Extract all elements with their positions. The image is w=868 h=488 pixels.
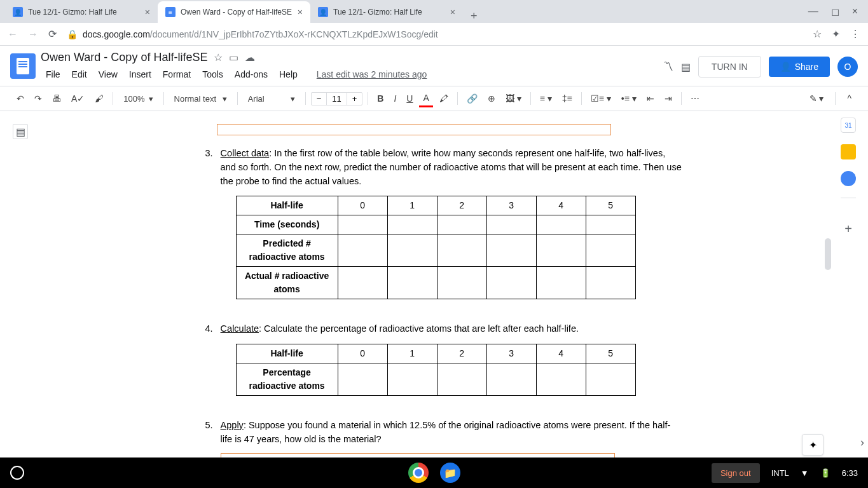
comments-icon[interactable]: ▤ bbox=[681, 61, 691, 73]
zoom-select[interactable]: 100% ▾ bbox=[118, 92, 158, 106]
docs-header: Owen Ward - Copy of Half-lifeSE ☆ ▭ ☁ Fi… bbox=[0, 46, 868, 82]
person-add-icon: 👤 bbox=[780, 62, 791, 72]
bold-button[interactable]: B bbox=[373, 91, 387, 106]
close-icon[interactable]: × bbox=[145, 7, 150, 17]
reload-button[interactable]: ⟳ bbox=[48, 28, 57, 40]
q4-table[interactable]: Half-life012345 Percentage radioactive a… bbox=[236, 344, 636, 396]
scrollbar-thumb[interactable] bbox=[825, 238, 831, 270]
style-select[interactable]: Normal text ▾ bbox=[169, 92, 232, 106]
menu-format[interactable]: Format bbox=[158, 67, 196, 82]
tab-title: Owen Ward - Copy of Half-lifeSE bbox=[181, 8, 292, 17]
comment-button[interactable]: ⊕ bbox=[484, 91, 499, 106]
increase-font-icon[interactable]: + bbox=[347, 93, 362, 105]
menu-file[interactable]: File bbox=[41, 67, 65, 82]
document-page[interactable]: 3. Collect data: In the first row of the… bbox=[186, 111, 682, 462]
last-edit-link[interactable]: Last edit was 2 minutes ago bbox=[312, 67, 432, 82]
menu-addons[interactable]: Add-ons bbox=[230, 67, 273, 82]
move-icon[interactable]: ▭ bbox=[229, 51, 238, 64]
signout-button[interactable]: Sign out bbox=[712, 463, 760, 483]
underline-button[interactable]: U bbox=[403, 91, 417, 106]
undo-button[interactable]: ↶ bbox=[13, 91, 28, 106]
expand-side-icon[interactable]: › bbox=[860, 436, 864, 449]
new-tab-button[interactable]: + bbox=[463, 10, 485, 23]
q3-table[interactable]: Half-life012345 Time (seconds) Predicted… bbox=[236, 196, 636, 299]
redo-button[interactable]: ↷ bbox=[31, 91, 46, 106]
editing-mode-button[interactable]: ✎ ▾ bbox=[806, 91, 828, 106]
side-panel: 31 + bbox=[832, 111, 864, 236]
checklist-button[interactable]: ☑≡ ▾ bbox=[587, 91, 615, 106]
docs-icon: ≡ bbox=[165, 7, 176, 17]
star-doc-icon[interactable]: ☆ bbox=[214, 51, 223, 64]
wifi-icon[interactable]: ▼ bbox=[801, 468, 809, 478]
indent-decrease-button[interactable]: ⇤ bbox=[643, 91, 658, 106]
lock-icon: 🔒 bbox=[67, 29, 78, 39]
os-taskbar: 📁 Sign out INTL ▼ 🔋 6:33 bbox=[0, 458, 868, 488]
font-size-value[interactable]: 11 bbox=[326, 93, 347, 105]
turn-in-button[interactable]: TURN IN bbox=[698, 56, 761, 78]
share-button[interactable]: 👤 Share bbox=[769, 57, 830, 77]
cloud-icon[interactable]: ☁ bbox=[245, 51, 255, 64]
activity-icon[interactable]: 〽 bbox=[663, 61, 673, 72]
italic-button[interactable]: I bbox=[390, 91, 400, 106]
line-spacing-button[interactable]: ‡≡ bbox=[558, 91, 576, 106]
menu-help[interactable]: Help bbox=[274, 67, 303, 82]
font-select[interactable]: Arial▾ bbox=[243, 92, 300, 106]
text-color-button[interactable]: A bbox=[419, 90, 432, 107]
launcher-icon[interactable] bbox=[10, 466, 24, 480]
link-button[interactable]: 🔗 bbox=[463, 91, 481, 106]
share-label: Share bbox=[795, 62, 818, 72]
indent-increase-button[interactable]: ⇥ bbox=[661, 91, 676, 106]
tasks-icon[interactable] bbox=[841, 171, 856, 186]
person-icon: 👤 bbox=[13, 7, 23, 17]
browser-tab-strip: 👤 Tue 12/1- Gizmo: Half Life × ≡ Owen Wa… bbox=[0, 0, 868, 23]
highlight-button[interactable]: 🖍 bbox=[436, 91, 452, 106]
menu-insert[interactable]: Insert bbox=[124, 67, 156, 82]
files-app-icon[interactable]: 📁 bbox=[439, 461, 462, 484]
lang-indicator[interactable]: INTL bbox=[771, 468, 789, 478]
doc-title[interactable]: Owen Ward - Copy of Half-lifeSE bbox=[41, 51, 207, 64]
q4-text: : Calculate the percentage of radioactiv… bbox=[259, 323, 579, 334]
back-button[interactable]: ← bbox=[8, 29, 18, 40]
clock[interactable]: 6:33 bbox=[842, 468, 858, 478]
url-input[interactable]: 🔒 docs.google.com/document/d/1NV_jpErIbh… bbox=[67, 29, 803, 39]
browser-tab[interactable]: 👤 Tue 12/1- Gizmo: Half Life × bbox=[5, 1, 158, 23]
q3-number: 3. bbox=[186, 147, 213, 312]
minimize-icon[interactable]: — bbox=[808, 6, 818, 18]
close-icon[interactable]: × bbox=[298, 7, 303, 17]
battery-icon[interactable]: 🔋 bbox=[820, 468, 830, 478]
q4-lead: Calculate bbox=[221, 323, 259, 334]
paint-format-button[interactable]: 🖌 bbox=[91, 91, 107, 106]
align-button[interactable]: ≡ ▾ bbox=[536, 91, 556, 106]
extensions-icon[interactable]: ✦ bbox=[832, 28, 840, 40]
browser-tab-active[interactable]: ≡ Owen Ward - Copy of Half-lifeSE × bbox=[158, 1, 310, 23]
star-icon[interactable]: ☆ bbox=[813, 28, 822, 40]
menu-icon[interactable]: ⋮ bbox=[850, 28, 860, 40]
calendar-icon[interactable]: 31 bbox=[841, 118, 856, 133]
docs-logo[interactable] bbox=[10, 53, 36, 79]
formatting-toolbar: ↶ ↷ 🖶 A✓ 🖌 100% ▾ Normal text ▾ Arial▾ −… bbox=[0, 86, 868, 111]
q4-number: 4. bbox=[186, 322, 213, 409]
person-icon: 👤 bbox=[318, 7, 328, 17]
account-avatar[interactable]: O bbox=[837, 57, 858, 77]
collapse-toolbar-button[interactable]: ^ bbox=[843, 91, 855, 106]
outline-icon[interactable]: ▤ bbox=[13, 124, 28, 139]
close-window-icon[interactable]: × bbox=[852, 6, 858, 18]
maximize-icon[interactable]: ◻ bbox=[831, 6, 839, 18]
spellcheck-button[interactable]: A✓ bbox=[67, 91, 88, 106]
chrome-app-icon[interactable] bbox=[407, 461, 430, 484]
decrease-font-icon[interactable]: − bbox=[312, 93, 327, 105]
font-size-control[interactable]: − 11 + bbox=[311, 92, 363, 105]
menu-tools[interactable]: Tools bbox=[197, 67, 228, 82]
menu-edit[interactable]: Edit bbox=[67, 67, 92, 82]
browser-tab[interactable]: 👤 Tue 12/1- Gizmo: Half Life × bbox=[310, 1, 463, 23]
print-button[interactable]: 🖶 bbox=[48, 91, 65, 106]
close-icon[interactable]: × bbox=[450, 7, 455, 17]
more-button[interactable]: ⋯ bbox=[687, 91, 703, 106]
explore-button[interactable]: ✦ bbox=[802, 434, 823, 456]
keep-icon[interactable] bbox=[841, 144, 856, 159]
menu-view[interactable]: View bbox=[93, 67, 123, 82]
bullet-list-button[interactable]: •≡ ▾ bbox=[617, 91, 640, 106]
add-panel-icon[interactable]: + bbox=[844, 222, 852, 236]
image-button[interactable]: 🖼 ▾ bbox=[502, 91, 525, 106]
forward-button[interactable]: → bbox=[28, 29, 38, 40]
